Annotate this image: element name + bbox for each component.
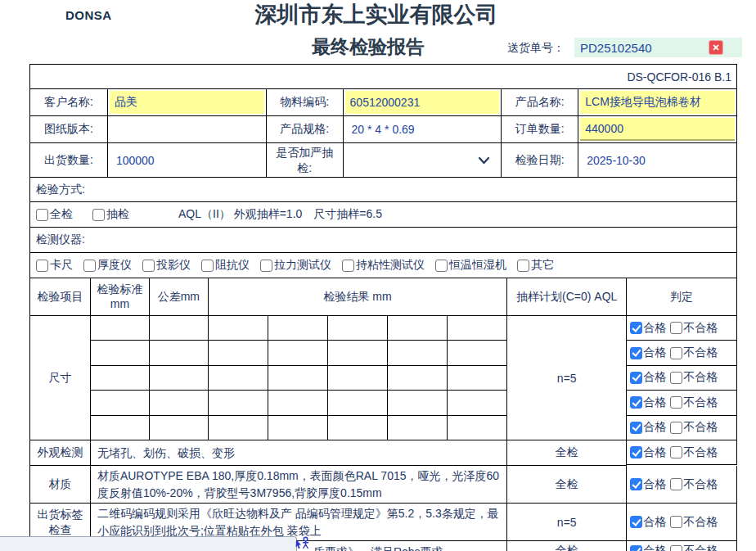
fail-checkbox[interactable] [670, 446, 682, 458]
result-cell[interactable] [388, 416, 448, 440]
product-name-input[interactable]: LCM接地导电泡棉卷材 [580, 91, 735, 114]
pass-checkbox[interactable] [630, 516, 642, 528]
instrument-humidity-chamber[interactable]: 恒温恒湿机 [435, 258, 506, 273]
result-cell[interactable] [268, 366, 328, 391]
result-cell[interactable] [328, 366, 388, 391]
fail-option[interactable]: 不合格 [670, 477, 718, 492]
result-cell[interactable] [209, 341, 268, 365]
pass-option[interactable]: 合格 [630, 544, 666, 551]
result-cell[interactable] [328, 316, 388, 341]
fail-checkbox[interactable] [670, 422, 682, 434]
other-checkbox[interactable] [517, 260, 529, 272]
result-cell[interactable] [388, 341, 448, 365]
clear-icon[interactable]: ✕ [709, 40, 723, 55]
result-cell[interactable] [388, 391, 448, 415]
pass-checkbox[interactable] [630, 422, 642, 434]
result-cell[interactable] [91, 341, 150, 365]
pass-checkbox[interactable] [630, 545, 642, 551]
pass-checkbox[interactable] [630, 396, 642, 409]
fail-checkbox[interactable] [670, 516, 682, 528]
result-cell[interactable] [91, 366, 150, 391]
result-cell[interactable] [150, 316, 209, 341]
drawing-version-value[interactable] [108, 116, 267, 143]
result-cell[interactable] [209, 366, 268, 391]
result-cell[interactable] [268, 316, 328, 341]
result-cell[interactable] [328, 391, 388, 415]
result-cell[interactable] [448, 391, 507, 415]
pass-option[interactable]: 合格 [630, 321, 666, 336]
sampling-option[interactable]: 抽检 [92, 207, 129, 222]
result-cell[interactable] [91, 391, 150, 415]
pass-option[interactable]: 合格 [630, 420, 666, 435]
pass-checkbox[interactable] [630, 446, 642, 458]
result-cell[interactable] [209, 316, 268, 341]
result-cell[interactable] [150, 391, 209, 415]
fail-option[interactable]: 不合格 [670, 346, 718, 360]
result-cell[interactable] [150, 366, 209, 391]
fail-option[interactable]: 不合格 [670, 321, 718, 336]
full-check-checkbox[interactable] [36, 209, 48, 221]
result-cell[interactable] [209, 391, 268, 415]
instrument-tension-tester[interactable]: 拉力测试仪 [260, 258, 331, 273]
result-cell[interactable] [328, 341, 388, 365]
company-name: 深圳市东上实业有限公司 [188, 0, 565, 29]
result-cell[interactable] [448, 316, 507, 341]
projector-checkbox[interactable] [142, 260, 155, 272]
adhesion-tester-checkbox[interactable] [342, 260, 354, 272]
fail-checkbox[interactable] [670, 396, 682, 409]
fail-option[interactable]: 不合格 [670, 544, 718, 551]
impedance-checkbox[interactable] [201, 260, 214, 272]
pass-option[interactable]: 合格 [630, 370, 666, 385]
pass-option[interactable]: 合格 [630, 445, 666, 460]
pass-option[interactable]: 合格 [630, 515, 666, 530]
fail-checkbox[interactable] [670, 545, 682, 551]
thickness-gauge-checkbox[interactable] [83, 260, 96, 272]
pass-option[interactable]: 合格 [630, 395, 666, 410]
instrument-impedance[interactable]: 阻抗仪 [201, 258, 250, 273]
result-cell[interactable] [91, 416, 150, 440]
instrument-projector[interactable]: 投影仪 [142, 258, 191, 273]
instrument-thickness-gauge[interactable]: 厚度仪 [83, 258, 132, 273]
fail-option[interactable]: 不合格 [670, 445, 718, 460]
fail-option[interactable]: 不合格 [670, 370, 718, 385]
caliper-checkbox[interactable] [36, 260, 48, 272]
result-cell[interactable] [388, 316, 448, 341]
result-cell[interactable] [448, 416, 507, 440]
sampling-checkbox[interactable] [92, 209, 105, 221]
pass-checkbox[interactable] [630, 478, 642, 490]
result-cell[interactable] [328, 416, 388, 440]
tension-tester-checkbox[interactable] [260, 260, 272, 272]
order-qty-input[interactable]: 440000 [580, 118, 735, 141]
fail-checkbox[interactable] [670, 322, 682, 334]
material-code-input[interactable]: 60512000231 [345, 91, 500, 114]
delivery-number-input[interactable]: PD25102540 ✕ [574, 38, 742, 57]
result-cell[interactable] [268, 391, 328, 415]
result-cell[interactable] [388, 366, 448, 391]
result-cell[interactable] [209, 416, 268, 440]
fail-checkbox[interactable] [670, 347, 682, 359]
instrument-adhesion-tester[interactable]: 持粘性测试仪 [342, 258, 425, 273]
fail-checkbox[interactable] [670, 372, 682, 384]
pass-option[interactable]: 合格 [630, 346, 666, 360]
strict-sampling-select[interactable] [344, 143, 502, 178]
result-cell[interactable] [448, 341, 507, 365]
pass-checkbox[interactable] [630, 347, 642, 359]
result-cell[interactable] [268, 416, 328, 440]
fail-option[interactable]: 不合格 [670, 395, 718, 410]
humidity-chamber-checkbox[interactable] [435, 260, 448, 272]
result-cell[interactable] [268, 341, 328, 365]
result-cell[interactable] [448, 366, 507, 391]
pass-checkbox[interactable] [630, 372, 642, 384]
pass-option[interactable]: 合格 [630, 477, 666, 492]
fail-option[interactable]: 不合格 [670, 515, 718, 530]
instrument-other[interactable]: 其它 [517, 258, 554, 273]
fail-option[interactable]: 不合格 [670, 420, 718, 435]
result-cell[interactable] [91, 316, 150, 341]
pass-checkbox[interactable] [630, 322, 642, 334]
instrument-caliper[interactable]: 卡尺 [36, 258, 73, 273]
result-cell[interactable] [150, 341, 209, 365]
full-check-option[interactable]: 全检 [36, 207, 73, 222]
customer-name-input[interactable]: 品美 [110, 91, 264, 114]
fail-checkbox[interactable] [670, 478, 682, 490]
result-cell[interactable] [150, 416, 209, 440]
